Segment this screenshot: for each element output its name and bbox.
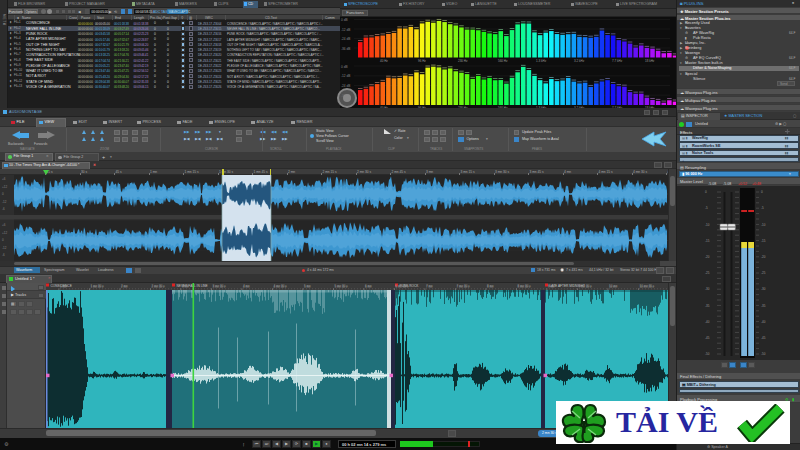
- svg-text:-15: -15: [705, 239, 710, 243]
- svg-text:-10: -10: [761, 223, 766, 227]
- svg-text:7 mn 30 s: 7 mn 30 s: [457, 284, 471, 288]
- svg-text:+6: +6: [2, 177, 6, 181]
- svg-text:+12: +12: [2, 185, 7, 189]
- svg-text:-30: -30: [761, 287, 766, 291]
- svg-text:+12: +12: [2, 231, 7, 235]
- svg-text:9 mn: 9 mn: [548, 284, 555, 288]
- svg-text:4 mn 30 s: 4 mn 30 s: [274, 284, 288, 288]
- svg-text:10 mn: 10 mn: [609, 284, 618, 288]
- svg-text:8 mn 30 s: 8 mn 30 s: [518, 284, 532, 288]
- svg-text:-6: -6: [2, 253, 5, 257]
- svg-text:-24 dB: -24 dB: [341, 37, 350, 41]
- svg-text:1 mn 30 s: 1 mn 30 s: [91, 284, 105, 288]
- svg-text:-12: -12: [2, 246, 7, 250]
- svg-text:10 mn 30 s: 10 mn 30 s: [640, 284, 655, 288]
- svg-text:-25: -25: [705, 271, 710, 275]
- svg-text:1.3 kHz: 1.3 kHz: [536, 58, 547, 62]
- svg-text:-5: -5: [705, 206, 708, 210]
- svg-text:4 mn: 4 mn: [243, 284, 250, 288]
- svg-text:40 Hz: 40 Hz: [380, 58, 388, 62]
- svg-text:7 mn: 7 mn: [426, 284, 433, 288]
- svg-text:5 mn 30 s: 5 mn 30 s: [335, 284, 349, 288]
- svg-text:-15: -15: [761, 239, 766, 243]
- svg-text:-5: -5: [761, 206, 764, 210]
- svg-text:0 dB: 0 dB: [341, 64, 348, 68]
- svg-text:3 mn: 3 mn: [182, 284, 189, 288]
- svg-text:-30: -30: [705, 287, 710, 291]
- svg-text:230 Hz: 230 Hz: [458, 58, 468, 62]
- svg-text:6 mn: 6 mn: [365, 284, 372, 288]
- svg-text:-40: -40: [761, 320, 766, 324]
- svg-text:2 mn 30 s: 2 mn 30 s: [152, 284, 166, 288]
- svg-text:-12 dB: -12 dB: [341, 74, 350, 78]
- svg-text:-12 dB: -12 dB: [341, 27, 350, 31]
- svg-text:+6: +6: [2, 223, 6, 227]
- svg-text:3.2 kHz: 3.2 kHz: [574, 58, 585, 62]
- svg-text:0 dB: 0 dB: [341, 18, 348, 22]
- svg-text:-10: -10: [705, 223, 710, 227]
- svg-text:7.7 kHz: 7.7 kHz: [612, 58, 623, 62]
- svg-text:560 Hz: 560 Hz: [498, 58, 508, 62]
- svg-text:9 mn 30 s: 9 mn 30 s: [579, 284, 593, 288]
- svg-text:-20: -20: [705, 255, 710, 259]
- svg-text:-50: -50: [705, 352, 710, 356]
- svg-text:18 kHz: 18 kHz: [645, 58, 655, 62]
- svg-text:-12: -12: [2, 200, 7, 204]
- svg-text:96 Hz: 96 Hz: [418, 58, 426, 62]
- svg-text:-35: -35: [705, 304, 710, 308]
- svg-text:8 mn: 8 mn: [487, 284, 494, 288]
- svg-text:3 mn 30 s: 3 mn 30 s: [213, 284, 227, 288]
- svg-text:-35: -35: [761, 304, 766, 308]
- svg-text:-45: -45: [705, 336, 710, 340]
- svg-text:-6: -6: [2, 207, 5, 211]
- svg-text:2 mn: 2 mn: [121, 284, 128, 288]
- svg-text:6 mn 30 s: 6 mn 30 s: [396, 284, 410, 288]
- svg-text:-20: -20: [761, 255, 766, 259]
- svg-text:5 mn: 5 mn: [304, 284, 311, 288]
- svg-text:-24 dB: -24 dB: [341, 84, 350, 88]
- svg-text:-45: -45: [761, 336, 766, 340]
- svg-text:1 mn: 1 mn: [60, 284, 67, 288]
- svg-text:-40: -40: [705, 320, 710, 324]
- svg-text:-50: -50: [761, 352, 766, 356]
- svg-text:-36 dB: -36 dB: [341, 46, 350, 50]
- svg-text:-25: -25: [761, 271, 766, 275]
